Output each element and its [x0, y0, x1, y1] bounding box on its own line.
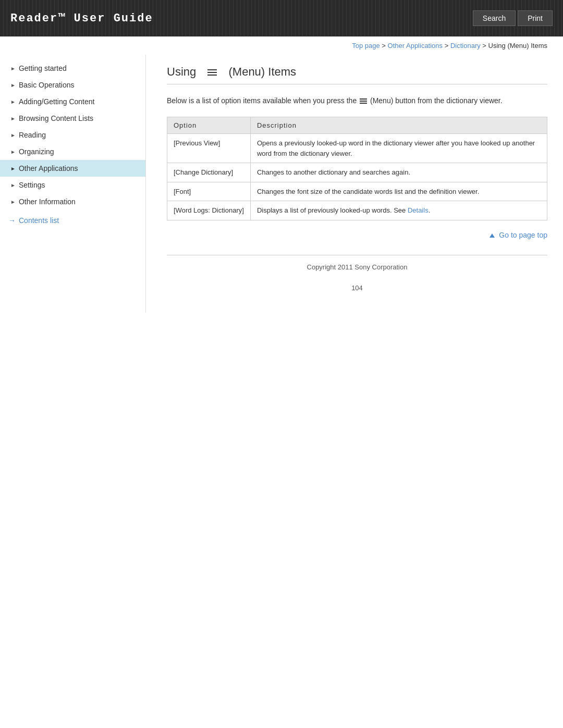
sidebar-item-label: Browsing Content Lists: [19, 114, 93, 122]
table-cell-description: Changes to another dictionary and search…: [250, 163, 547, 182]
sidebar-item-reading[interactable]: ► Reading: [0, 127, 145, 143]
page-number: 104: [167, 279, 547, 297]
intro-text-after: (Menu) button from the dictionary viewer…: [370, 96, 503, 105]
search-button[interactable]: Search: [473, 10, 516, 26]
arrow-icon: ►: [10, 166, 16, 171]
table-cell-description: Opens a previously looked-up word in the…: [250, 134, 547, 163]
page-title: Using (Menu) Items: [167, 65, 547, 84]
breadcrumb: Top page > Other Applications > Dictiona…: [0, 36, 563, 55]
table-cell-description: Displays a list of previously looked-up …: [250, 201, 547, 220]
arrow-icon: ►: [10, 199, 16, 205]
arrow-icon: ►: [10, 132, 16, 138]
table-cell-option: [Previous View]: [167, 134, 251, 163]
sidebar-item-other-applications[interactable]: ► Other Applications: [0, 160, 145, 177]
arrow-icon: ►: [10, 82, 16, 88]
sidebar-item-adding-content[interactable]: ► Adding/Getting Content: [0, 93, 145, 110]
arrow-right-icon: →: [8, 216, 16, 225]
page-title-suffix: (Menu) Items: [229, 65, 297, 79]
table-cell-option: [Change Dictionary]: [167, 163, 251, 182]
contents-list-link-container: → Contents list: [0, 210, 145, 231]
header-buttons: Search Print: [473, 10, 553, 26]
sidebar: ► Getting started ► Basic Operations ► A…: [0, 55, 146, 313]
inline-menu-icon: [359, 96, 370, 105]
menu-icon: [207, 65, 217, 79]
breadcrumb-dictionary[interactable]: Dictionary: [450, 42, 481, 50]
table-cell-option: [Font]: [167, 182, 251, 201]
arrow-icon: ►: [10, 99, 16, 105]
page-layout: ► Getting started ► Basic Operations ► A…: [0, 55, 563, 313]
breadcrumb-top-page[interactable]: Top page: [352, 42, 380, 50]
details-link[interactable]: Details: [408, 206, 429, 214]
intro-paragraph: Below is a list of option items availabl…: [167, 95, 547, 106]
sidebar-item-label: Getting started: [19, 64, 67, 72]
sidebar-item-settings[interactable]: ► Settings: [0, 177, 145, 193]
go-to-top-label: Go to page top: [499, 231, 547, 239]
table-row: [Word Logs: Dictionary] Displays a list …: [167, 201, 547, 220]
table-row: [Font] Changes the font size of the cand…: [167, 182, 547, 201]
table-row: [Previous View] Opens a previously looke…: [167, 134, 547, 163]
table-row: [Change Dictionary] Changes to another d…: [167, 163, 547, 182]
sidebar-item-organizing[interactable]: ► Organizing: [0, 143, 145, 160]
copyright-text: Copyright 2011 Sony Corporation: [307, 263, 408, 271]
sidebar-item-label: Adding/Getting Content: [19, 97, 95, 106]
page-title-prefix: Using: [167, 65, 196, 79]
sidebar-item-label: Settings: [19, 181, 45, 189]
sidebar-item-label: Basic Operations: [19, 81, 75, 89]
sidebar-item-basic-operations[interactable]: ► Basic Operations: [0, 77, 145, 93]
intro-text-before: Below is a list of option items availabl…: [167, 96, 357, 105]
triangle-up-icon: [489, 233, 495, 238]
sidebar-item-getting-started[interactable]: ► Getting started: [0, 60, 145, 77]
sidebar-item-label: Other Applications: [19, 164, 78, 172]
breadcrumb-current: Using (Menu) Items: [488, 42, 547, 50]
footer: Copyright 2011 Sony Corporation: [167, 255, 547, 279]
arrow-icon: ►: [10, 182, 16, 188]
sidebar-item-browsing-content[interactable]: ► Browsing Content Lists: [0, 110, 145, 127]
print-button[interactable]: Print: [518, 10, 553, 26]
sidebar-item-other-information[interactable]: ► Other Information: [0, 193, 145, 210]
sidebar-item-label: Other Information: [19, 198, 76, 206]
arrow-icon: ►: [10, 116, 16, 121]
breadcrumb-other-applications[interactable]: Other Applications: [388, 42, 443, 50]
arrow-icon: ►: [10, 149, 16, 155]
page-header: Reader™ User Guide Search Print: [0, 0, 563, 36]
sidebar-item-label: Organizing: [19, 147, 54, 156]
table-header-option: Option: [167, 117, 251, 134]
contents-list-link[interactable]: Contents list: [19, 216, 59, 225]
arrow-icon: ►: [10, 66, 16, 71]
site-title: Reader™ User Guide: [10, 12, 153, 25]
table-cell-description: Changes the font size of the candidate w…: [250, 182, 547, 201]
table-header-description: Description: [250, 117, 547, 134]
go-to-top-link[interactable]: Go to page top: [489, 231, 547, 239]
main-content: Using (Menu) Items Below is a list of op…: [146, 55, 563, 313]
go-to-top-container: Go to page top: [167, 220, 547, 244]
table-cell-option: [Word Logs: Dictionary]: [167, 201, 251, 220]
sidebar-item-label: Reading: [19, 131, 46, 139]
options-table: Option Description [Previous View] Opens…: [167, 117, 547, 220]
